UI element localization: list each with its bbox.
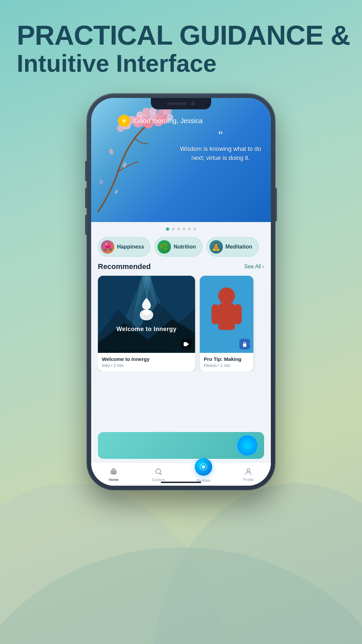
phone-screen: ☀ Good morning, Jessica " Wisdom is know…	[91, 98, 271, 486]
dot-2[interactable]	[172, 228, 175, 230]
see-all-button[interactable]: See All ›	[244, 264, 264, 270]
svg-rect-29	[212, 304, 219, 324]
see-all-label: See All	[244, 264, 261, 270]
svg-point-23	[142, 310, 150, 315]
section-header: Recommended See All ›	[98, 262, 264, 271]
page-title-bold: PRACTICAL GUIDANCE &	[17, 20, 350, 50]
page-header: PRACTICAL GUIDANCE & Intuitive Interface	[17, 20, 350, 77]
categories-section: 🌺 Happiness 🌿 Nutrition 🧘 Meditation	[91, 237, 271, 257]
card-welcome-info: Welcome to Innergy Intro • 2 min	[98, 353, 195, 371]
phone-notch	[151, 98, 211, 109]
tab-explore[interactable]: Explore	[136, 467, 181, 482]
bottom-preview	[91, 432, 271, 462]
svg-point-20	[99, 179, 103, 184]
lock-badge	[239, 339, 250, 350]
bottom-card-strip	[98, 432, 264, 459]
card-welcome-image: Welcome to Innergy	[98, 276, 195, 353]
greeting-text: Good morning, Jessica	[134, 117, 203, 125]
category-label-nutrition: Nutrition	[174, 244, 196, 250]
tab-explore-label: Explore	[152, 478, 165, 482]
tab-meditate[interactable]: Meditate	[181, 466, 226, 482]
svg-marker-25	[187, 343, 189, 345]
category-label-meditation: Meditation	[226, 244, 252, 250]
card-pro-tip-title: Pro Tip: Making	[204, 356, 249, 362]
cards-row: Welcome to Innergy Welcome t	[98, 276, 264, 371]
quote-mark: "	[177, 131, 264, 141]
svg-rect-31	[243, 344, 246, 347]
section-title: Recommended	[98, 262, 151, 271]
card-pro-tip-image	[200, 276, 253, 353]
svg-point-36	[202, 465, 205, 469]
innergy-logo-icon	[135, 296, 158, 323]
explore-tab-icon	[154, 467, 163, 476]
phone-outer: ☀ Good morning, Jessica " Wisdom is know…	[87, 94, 275, 490]
svg-point-27	[218, 287, 235, 304]
hero-quote: " Wisdom is knowing what to do next; vir…	[177, 131, 264, 163]
meditate-orb[interactable]	[195, 458, 212, 476]
card-welcome[interactable]: Welcome to Innergy Welcome t	[98, 276, 195, 371]
card-pro-tip-meta: Fitness • 1 min	[204, 363, 249, 368]
card-pro-tip-info: Pro Tip: Making Fitness • 1 min	[200, 353, 253, 371]
dot-1[interactable]	[166, 227, 169, 231]
category-label-happiness: Happiness	[117, 244, 144, 250]
category-avatar-happiness: 🌺	[101, 240, 114, 254]
svg-point-18	[108, 148, 114, 155]
tab-home[interactable]: Home	[91, 467, 136, 482]
quote-text: Wisdom is knowing what to do next; virtu…	[177, 145, 264, 163]
svg-point-19	[122, 162, 127, 168]
card-pro-tip[interactable]: Pro Tip: Making Fitness • 1 min	[200, 276, 253, 371]
card-welcome-title: Welcome to Innergy	[102, 356, 191, 362]
home-indicator	[161, 482, 201, 483]
video-badge	[181, 339, 192, 350]
profile-tab-icon	[244, 467, 253, 476]
category-chip-nutrition[interactable]: 🌿 Nutrition	[155, 237, 202, 257]
tab-profile-label: Profile	[243, 478, 253, 482]
home-tab-icon	[109, 467, 118, 476]
page-title-regular: Intuitive Interface	[17, 50, 350, 77]
category-chip-happiness[interactable]: 🌺 Happiness	[98, 237, 150, 257]
svg-line-34	[160, 473, 162, 475]
preview-orb	[237, 435, 257, 455]
card-welcome-meta: Intro • 2 min	[102, 363, 191, 368]
svg-rect-24	[184, 342, 187, 346]
innergy-brand-text: Welcome to Innergy	[116, 326, 177, 333]
svg-point-32	[113, 471, 115, 473]
dots-indicator	[166, 222, 196, 236]
categories-row: 🌺 Happiness 🌿 Nutrition 🧘 Meditation	[98, 237, 264, 257]
category-avatar-nutrition: 🌿	[158, 240, 171, 254]
dot-3[interactable]	[177, 228, 180, 230]
category-avatar-meditation: 🧘	[209, 240, 223, 254]
dot-6[interactable]	[193, 228, 196, 230]
chevron-right-icon: ›	[262, 264, 264, 270]
dot-5[interactable]	[188, 228, 191, 230]
hero-greeting: ☀ Good morning, Jessica	[118, 115, 203, 127]
svg-point-37	[247, 469, 250, 472]
svg-point-21	[114, 190, 118, 194]
notch-camera	[191, 102, 195, 106]
svg-rect-30	[234, 304, 242, 324]
hero-background: ☀ Good morning, Jessica " Wisdom is know…	[91, 98, 271, 222]
dot-4[interactable]	[183, 228, 185, 230]
sun-icon: ☀	[118, 115, 130, 127]
category-chip-meditation[interactable]: 🧘 Meditation	[206, 237, 259, 257]
phone-mockup: ☀ Good morning, Jessica " Wisdom is know…	[87, 94, 275, 490]
svg-rect-28	[218, 303, 235, 330]
tab-profile[interactable]: Profile	[226, 467, 271, 482]
tab-home-label: Home	[109, 478, 118, 482]
hero-section: ☀ Good morning, Jessica " Wisdom is know…	[91, 98, 271, 222]
notch-speaker	[167, 102, 187, 105]
recommended-section: Recommended See All ›	[91, 262, 271, 371]
